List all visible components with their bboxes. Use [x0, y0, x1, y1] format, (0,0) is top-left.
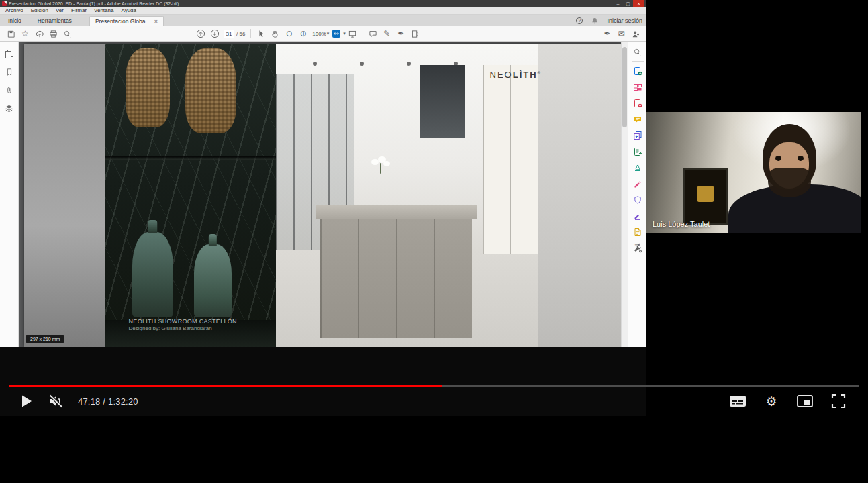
print-icon[interactable]	[46, 28, 60, 40]
play-button[interactable]	[15, 389, 39, 413]
certificates-icon[interactable]	[632, 211, 642, 221]
tab-inicio[interactable]: Inicio	[0, 15, 30, 26]
time-display: 47:18 / 1:32:20	[78, 396, 138, 407]
pdf-photo-left-wall	[24, 44, 105, 347]
scrollbar-thumb[interactable]	[622, 47, 627, 127]
sign-in-link[interactable]: Iniciar sesión	[607, 17, 642, 24]
previous-page-icon[interactable]	[193, 28, 207, 40]
neolith-logo: NEOLÌTH®	[490, 70, 540, 80]
zoom-out-icon[interactable]: ⊖	[282, 28, 296, 40]
menu-ventana[interactable]: Ventana	[94, 7, 113, 13]
fullscreen-button[interactable]	[826, 389, 851, 413]
wicker-jar	[185, 48, 237, 133]
hand-tool-icon[interactable]	[268, 28, 282, 40]
page-thumbnails-icon[interactable]	[4, 48, 15, 59]
fit-width-icon[interactable]	[329, 28, 343, 40]
page-size-tooltip: 297 x 210 mm	[26, 335, 64, 343]
video-frame[interactable]: Presentacion Global 2020_ED - Paola (1).…	[0, 0, 646, 416]
share-person-icon[interactable]	[628, 28, 642, 40]
star-icon[interactable]: ☆	[18, 28, 32, 40]
miniplayer-button[interactable]	[793, 389, 817, 413]
tab-document-label: Presentacion Globa...	[95, 18, 150, 25]
flower-vase	[370, 156, 393, 174]
create-pdf-icon[interactable]	[632, 98, 642, 108]
menu-firmar[interactable]: Firmar	[71, 7, 87, 13]
acrobat-app-icon	[2, 1, 7, 6]
tab-document[interactable]: Presentacion Globa... ×	[89, 16, 164, 26]
pdf-photo-right-wall	[538, 44, 621, 347]
signature-pen-icon[interactable]: ✒	[600, 28, 614, 40]
menu-archivo[interactable]: Archivo	[5, 7, 23, 13]
speaker-name-label: Luis López Taulet	[653, 220, 710, 228]
photo-caption: NEOLITH SHOWROOM CASTELLÓN Designed by: …	[129, 318, 237, 332]
save-icon[interactable]	[4, 28, 18, 40]
vertical-scrollbar[interactable]	[621, 42, 628, 347]
help-icon[interactable]: ?	[576, 17, 583, 24]
menu-edicion[interactable]: Edición	[31, 7, 48, 13]
cloud-upload-icon[interactable]	[32, 28, 46, 40]
layers-icon[interactable]	[4, 103, 15, 113]
progress-bar[interactable]	[9, 385, 859, 387]
page-total-label: / 56	[236, 31, 245, 37]
tab-herramientas[interactable]: Herramientas	[30, 15, 80, 26]
bell-icon[interactable]	[589, 15, 600, 26]
green-bottle	[132, 232, 173, 317]
webcam-video: Luis López Taulet	[646, 112, 861, 233]
compress-pdf-icon[interactable]	[632, 146, 642, 156]
pdf-page: NEOLÌTH® NEOLITH SHOWROOM CASTELLÓN Desi…	[24, 44, 621, 347]
page-number-input[interactable]: 31	[224, 30, 234, 38]
left-panel-rail	[0, 42, 19, 347]
zoom-level-value[interactable]: 100%	[312, 31, 326, 37]
speaker-head	[763, 124, 816, 199]
caption-designer: Designed by: Giuliana Barandiarán	[129, 325, 237, 332]
export-pdf-icon[interactable]	[632, 66, 642, 76]
fill-sign-tool-icon[interactable]	[632, 178, 642, 189]
document-area[interactable]: NEOLÌTH® NEOLITH SHOWROOM CASTELLÓN Desi…	[19, 42, 621, 347]
prepare-form-icon[interactable]	[632, 227, 642, 237]
find-icon[interactable]	[60, 28, 75, 40]
window-title: Presentacion Global 2020_ED - Paola (1).…	[9, 1, 613, 6]
combine-files-icon[interactable]	[632, 130, 642, 140]
maximize-button[interactable]: ▢	[623, 0, 633, 7]
kitchen-island	[320, 205, 472, 338]
wicker-jar	[126, 48, 170, 127]
menu-ayuda[interactable]: Ayuda	[121, 7, 136, 13]
select-tool-icon[interactable]	[254, 28, 268, 40]
menu-bar: Archivo Edición Ver Firmar Ventana Ayuda	[0, 7, 646, 15]
title-bar: Presentacion Global 2020_ED - Paola (1).…	[0, 0, 646, 7]
minimize-button[interactable]: –	[613, 0, 623, 7]
comment-tool-icon[interactable]	[632, 114, 642, 124]
tab-close-icon[interactable]: ×	[154, 18, 158, 25]
next-page-icon[interactable]	[207, 28, 222, 40]
bookmarks-icon[interactable]	[4, 66, 15, 77]
settings-button[interactable]: ⚙	[759, 389, 783, 413]
mute-button[interactable]	[44, 389, 68, 413]
progress-played[interactable]	[9, 385, 442, 387]
caption-title: NEOLITH SHOWROOM CASTELLÓN	[129, 318, 237, 325]
menu-ver[interactable]: Ver	[56, 7, 64, 13]
pdf-photo-kitchen	[276, 44, 537, 347]
search-icon[interactable]	[632, 47, 642, 57]
subtitles-button[interactable]	[726, 389, 750, 413]
tools-panel-rail: ⇥	[628, 42, 646, 347]
fill-sign-icon[interactable]: ✒	[394, 28, 408, 40]
player-controls: 47:18 / 1:32:20 ⚙	[0, 388, 868, 414]
close-button[interactable]: ×	[633, 0, 644, 7]
picture-frame	[683, 168, 728, 225]
zoom-in-icon[interactable]: ⊕	[296, 28, 310, 40]
page-navigation: 31 / 56 ⊖ ⊕ 100% ▾ ▾	[193, 28, 422, 40]
reading-mode-icon[interactable]	[346, 28, 360, 40]
kitchen-window	[483, 65, 538, 254]
pdf-photo-marble-shelf	[105, 44, 276, 347]
send-track-icon[interactable]	[408, 28, 422, 40]
toolbar: ☆ 31 / 56	[0, 26, 646, 42]
protect-pdf-icon[interactable]	[632, 195, 642, 205]
pencil-icon[interactable]: ✎	[380, 28, 394, 40]
comment-icon[interactable]	[366, 28, 380, 40]
organize-pages-icon[interactable]	[632, 82, 642, 92]
envelope-icon[interactable]: ✉	[614, 28, 628, 40]
collapse-panel-icon[interactable]: ⇥	[628, 241, 646, 248]
tab-bar: Inicio Herramientas Presentacion Globa..…	[0, 15, 646, 26]
attachments-icon[interactable]	[4, 85, 15, 95]
stamp-icon[interactable]	[632, 162, 642, 172]
